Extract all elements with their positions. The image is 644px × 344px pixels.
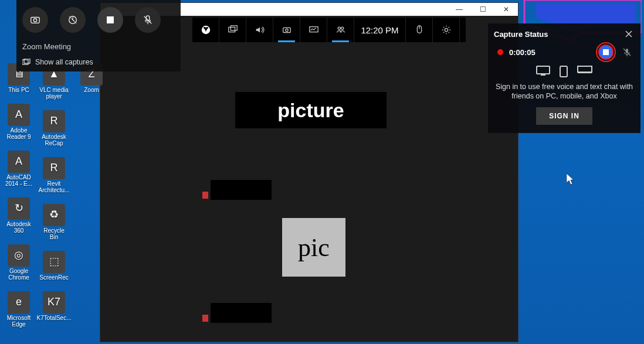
app-icon: A xyxy=(8,151,30,173)
console-icon xyxy=(577,66,592,77)
participant-tile-large[interactable]: picture xyxy=(235,92,387,128)
desktop-icon[interactable]: ◎Google Chrome xyxy=(4,244,34,281)
mute-icon xyxy=(202,315,208,322)
desktop-icon-label: AutoCAD 2014 - E... xyxy=(4,174,34,187)
clock-display: 12:20 PM xyxy=(354,18,406,42)
svg-rect-20 xyxy=(309,27,317,32)
mute-icon xyxy=(202,192,208,199)
app-icon: e xyxy=(8,291,30,314)
audio-button[interactable] xyxy=(246,18,273,42)
desktop-icon[interactable]: ⬚ScreenRec xyxy=(39,251,69,281)
app-icon: ⬚ xyxy=(43,251,65,273)
svg-rect-13 xyxy=(22,60,28,64)
desktop-icon[interactable]: ♻Recycle Bin xyxy=(39,204,69,240)
desktop-icon-label: Recycle Bin xyxy=(39,227,69,240)
recording-elapsed: 0:00:05 xyxy=(509,48,592,57)
capture-target-label: Zoom Meeting xyxy=(16,40,181,55)
record-indicator-icon xyxy=(497,49,503,55)
xbox-button[interactable] xyxy=(192,18,219,42)
sign-in-button[interactable]: SIGN IN xyxy=(536,107,592,125)
participant-avatar-tile[interactable]: pic xyxy=(282,218,345,277)
app-icon: R xyxy=(43,110,65,132)
svg-point-21 xyxy=(338,27,340,29)
minimize-button[interactable]: — xyxy=(448,3,471,16)
pc-icon xyxy=(536,66,550,77)
stop-recording-button[interactable] xyxy=(598,45,614,60)
desktop-icon[interactable]: AAutoCAD 2014 - E... xyxy=(4,151,34,187)
stop-record-button[interactable] xyxy=(97,7,123,33)
desktop-icon[interactable]: AAdobe Reader 9 xyxy=(4,104,34,140)
desktop-icon[interactable]: K7K7TotalSec... xyxy=(39,291,69,321)
capture-button[interactable] xyxy=(273,18,300,42)
performance-button[interactable] xyxy=(300,18,327,42)
svg-rect-6 xyxy=(578,66,592,72)
desktop-icon-label: Revit Architectu... xyxy=(39,180,70,193)
desktop-icon-label: ScreenRec xyxy=(39,274,68,281)
show-all-captures-link[interactable]: Show all captures xyxy=(16,55,181,72)
maximize-button[interactable]: ☐ xyxy=(471,3,494,16)
xbox-game-bar: 12:20 PM xyxy=(192,18,466,42)
mouse-cursor-icon xyxy=(567,173,576,185)
svg-rect-3 xyxy=(537,66,550,74)
app-icon: K7 xyxy=(43,291,65,314)
desktop-icon-label: Adobe Reader 9 xyxy=(4,127,34,140)
capture-widget: Zoom Meeting Show all captures xyxy=(16,0,181,71)
microphone-off-icon[interactable] xyxy=(619,45,635,60)
participant-avatar-label: pic xyxy=(298,233,330,263)
svg-rect-14 xyxy=(24,59,30,63)
capture-status-title: Capture Status xyxy=(494,30,548,39)
app-icon: ♻ xyxy=(43,204,65,226)
xbox-social-button[interactable] xyxy=(327,18,354,42)
widgets-button[interactable] xyxy=(219,18,246,42)
screenshot-button[interactable] xyxy=(22,7,48,33)
desktop-icon[interactable]: RAutodesk ReCap xyxy=(39,110,69,147)
signin-prompt-text: Sign in to use free voice and text chat … xyxy=(494,82,635,101)
desktop-icon-label: Autodesk 360 xyxy=(4,221,34,234)
svg-point-9 xyxy=(33,19,36,22)
svg-rect-16 xyxy=(228,28,235,32)
participant-tile-2[interactable] xyxy=(211,303,272,323)
close-icon[interactable] xyxy=(623,28,635,40)
desktop-icon-label: Microsoft Edge xyxy=(4,315,34,328)
desktop-icon[interactable]: eMicrosoft Edge xyxy=(4,291,34,328)
desktop-icon-label: Google Chrome xyxy=(4,268,34,281)
svg-rect-11 xyxy=(107,16,114,23)
svg-point-19 xyxy=(285,29,287,31)
desktop-icon-label: K7TotalSec... xyxy=(37,315,72,321)
app-icon: R xyxy=(43,157,65,179)
svg-rect-18 xyxy=(283,28,290,32)
device-icons-row xyxy=(494,66,635,77)
app-icon: ◎ xyxy=(8,244,30,267)
settings-button[interactable] xyxy=(433,18,460,42)
desktop-icon-label: This PC xyxy=(8,87,29,93)
svg-rect-8 xyxy=(31,18,39,23)
desktop-icon-label: Autodesk ReCap xyxy=(39,134,69,147)
show-all-captures-label: Show all captures xyxy=(35,58,93,66)
svg-rect-4 xyxy=(541,74,545,76)
desktop-icon-label: VLC media player xyxy=(39,87,69,100)
capture-status-panel: Capture Status 0:00:05 Sign in to use fr… xyxy=(488,23,640,133)
close-window-button[interactable]: ✕ xyxy=(494,3,518,16)
desktop-icon[interactable]: RRevit Architectu... xyxy=(39,157,69,193)
participant-large-label: picture xyxy=(277,99,344,122)
app-icon: A xyxy=(8,104,30,126)
app-icon: ↻ xyxy=(8,197,30,220)
svg-rect-5 xyxy=(560,66,567,77)
mic-toggle-button[interactable] xyxy=(135,7,161,33)
recording-row: 0:00:05 xyxy=(494,45,635,60)
desktop-icon[interactable]: ↻Autodesk 360 xyxy=(4,197,34,234)
svg-rect-17 xyxy=(231,26,237,30)
svg-rect-7 xyxy=(578,72,592,73)
desktop-icon-label: Zoom xyxy=(84,87,99,93)
mouse-button[interactable] xyxy=(406,18,433,42)
participant-tile-1[interactable] xyxy=(211,180,272,200)
svg-point-25 xyxy=(445,28,448,31)
record-last-button[interactable] xyxy=(60,7,86,33)
svg-point-22 xyxy=(341,27,343,29)
mobile-icon xyxy=(560,66,568,77)
